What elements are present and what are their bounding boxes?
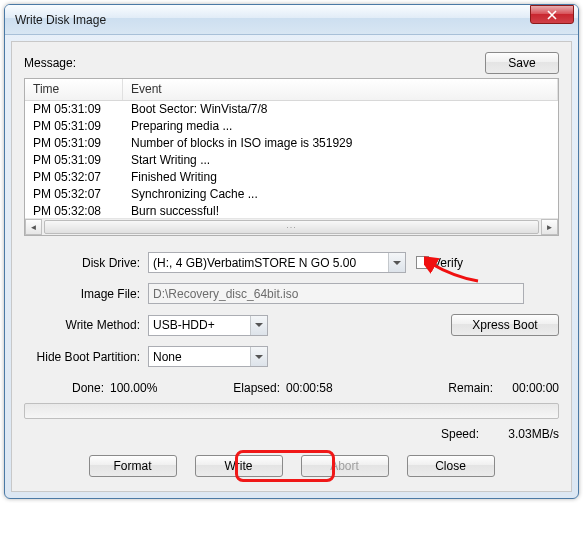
progress-bar (24, 403, 559, 419)
disk-drive-label: Disk Drive: (24, 256, 148, 270)
done-value: 100.00% (110, 381, 157, 395)
table-row: PM 05:32:08Burn successful! (25, 203, 558, 218)
table-row: PM 05:31:09Number of blocks in ISO image… (25, 135, 558, 152)
close-window-button[interactable] (530, 5, 574, 24)
chevron-down-icon (388, 253, 405, 272)
table-row: PM 05:32:07Finished Writing (25, 169, 558, 186)
scroll-left-button[interactable]: ◄ (25, 219, 42, 235)
message-label: Message: (24, 56, 485, 70)
log-listview[interactable]: Time Event PM 05:31:09Boot Sector: WinVi… (24, 78, 559, 236)
window-title: Write Disk Image (15, 13, 530, 27)
elapsed-value: 00:00:58 (286, 381, 333, 395)
image-file-field[interactable]: D:\Recovery_disc_64bit.iso (148, 283, 524, 304)
elapsed-label: Elapsed: (210, 381, 286, 395)
hide-boot-value: None (153, 350, 182, 364)
write-method-label: Write Method: (24, 318, 148, 332)
speed-label: Speed: (441, 427, 479, 441)
write-method-combo[interactable]: USB-HDD+ (148, 315, 268, 336)
write-button[interactable]: Write (195, 455, 283, 477)
titlebar[interactable]: Write Disk Image (5, 5, 578, 35)
chevron-down-icon (250, 347, 267, 366)
log-body: PM 05:31:09Boot Sector: WinVista/7/8 PM … (25, 101, 558, 218)
col-time-header[interactable]: Time (25, 79, 123, 100)
hide-boot-label: Hide Boot Partition: (24, 350, 148, 364)
format-button[interactable]: Format (89, 455, 177, 477)
disk-drive-value: (H:, 4 GB)VerbatimSTORE N GO 5.00 (153, 256, 356, 270)
remain-value: 00:00:00 (499, 381, 559, 395)
image-file-label: Image File: (24, 287, 148, 301)
abort-button: Abort (301, 455, 389, 477)
horizontal-scrollbar[interactable]: ◄ ··· ► (25, 218, 558, 235)
chevron-down-icon (250, 316, 267, 335)
scroll-track[interactable]: ··· (42, 219, 541, 235)
remain-label: Remain: (448, 381, 499, 395)
speed-value: 3.03MB/s (495, 427, 559, 441)
table-row: PM 05:31:09Boot Sector: WinVista/7/8 (25, 101, 558, 118)
close-button[interactable]: Close (407, 455, 495, 477)
button-row: Format Write Abort Close (24, 455, 559, 477)
verify-label: Verify (433, 256, 463, 270)
scroll-thumb[interactable]: ··· (44, 220, 539, 234)
xpress-boot-button[interactable]: Xpress Boot (451, 314, 559, 336)
table-row: PM 05:32:07Synchronizing Cache ... (25, 186, 558, 203)
verify-checkbox[interactable] (416, 256, 429, 269)
hide-boot-combo[interactable]: None (148, 346, 268, 367)
save-button[interactable]: Save (485, 52, 559, 74)
done-label: Done: (24, 381, 110, 395)
image-file-value: D:\Recovery_disc_64bit.iso (153, 287, 298, 301)
scroll-right-button[interactable]: ► (541, 219, 558, 235)
table-row: PM 05:31:09Preparing media ... (25, 118, 558, 135)
write-method-value: USB-HDD+ (153, 318, 215, 332)
close-icon (547, 10, 557, 20)
client-area: Message: Save Time Event PM 05:31:09Boot… (11, 41, 572, 492)
table-row: PM 05:31:09Start Writing ... (25, 152, 558, 169)
window: Write Disk Image Message: Save Time Even… (4, 4, 579, 499)
log-header: Time Event (25, 79, 558, 101)
disk-drive-combo[interactable]: (H:, 4 GB)VerbatimSTORE N GO 5.00 (148, 252, 406, 273)
col-event-header[interactable]: Event (123, 79, 558, 100)
